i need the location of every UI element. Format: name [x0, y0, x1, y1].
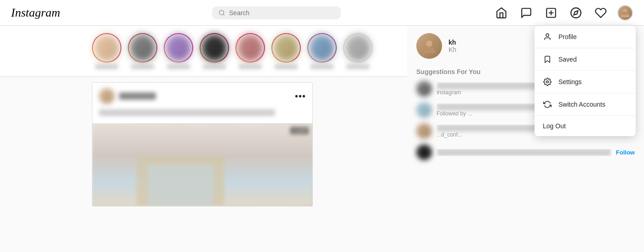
settings-icon — [543, 77, 552, 86]
settings-label: Settings — [558, 78, 582, 86]
saved-label: Saved — [558, 56, 577, 63]
profile-label: Profile — [558, 33, 577, 40]
profile-icon — [543, 32, 552, 41]
svg-point-11 — [546, 34, 549, 36]
saved-icon — [543, 55, 552, 64]
dropdown-switch-item[interactable]: Switch Accounts — [535, 93, 636, 116]
logout-label: Log Out — [543, 122, 566, 130]
svg-point-12 — [546, 81, 549, 83]
switch-accounts-icon — [543, 100, 552, 109]
dropdown-menu: Profile Saved Settings — [535, 26, 636, 136]
dropdown-logout-item[interactable]: Log Out — [535, 116, 636, 136]
dropdown-settings-item[interactable]: Settings — [535, 71, 636, 93]
dropdown-profile-item[interactable]: Profile — [535, 26, 636, 48]
dropdown-overlay[interactable]: Profile Saved Settings — [0, 0, 644, 252]
switch-accounts-label: Switch Accounts — [558, 101, 605, 108]
dropdown-saved-item[interactable]: Saved — [535, 48, 636, 71]
